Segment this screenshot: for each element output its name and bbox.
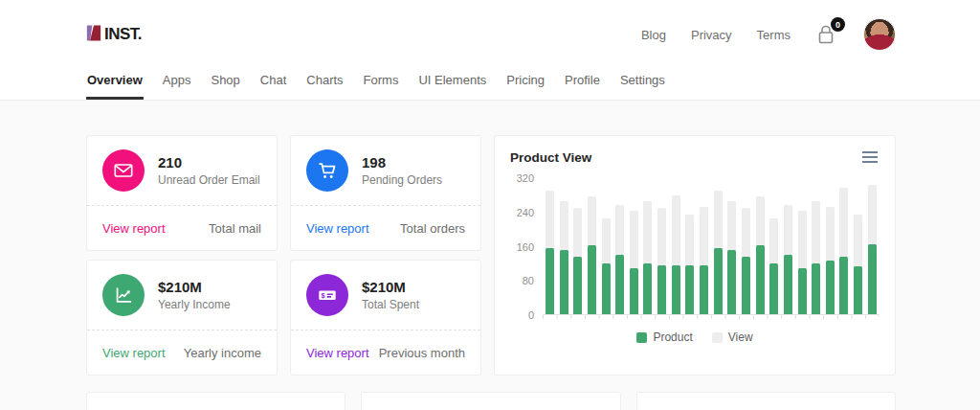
legend-view-swatch: [712, 332, 723, 343]
bar-group: [672, 178, 680, 314]
bar-group: [742, 178, 750, 314]
nav-link-privacy[interactable]: Privacy: [691, 28, 732, 42]
product-bar: [630, 268, 638, 314]
stat-value: $210M: [158, 279, 231, 295]
bar-group: [546, 178, 554, 314]
svg-text:$: $: [322, 291, 325, 300]
logo[interactable]: INST.: [86, 24, 142, 46]
stat-note: Previous month: [379, 346, 465, 360]
product-bar: [839, 257, 848, 314]
tab-shop[interactable]: Shop: [210, 73, 240, 100]
product-bar: [868, 244, 877, 314]
y-axis: 320240160800: [510, 178, 543, 315]
stat-card-yearly-income: $210M Yearly Income View report Yearly i…: [86, 260, 278, 376]
tab-charts[interactable]: Charts: [305, 73, 344, 100]
view-report-link[interactable]: View report: [102, 346, 166, 360]
product-bar: [615, 255, 624, 314]
stat-card-total-spent: $ $210M Total Spent View report Previous…: [290, 260, 481, 376]
bar-plot: [543, 178, 880, 315]
product-bar: [769, 263, 778, 314]
nav-link-blog[interactable]: Blog: [641, 28, 666, 42]
shopping-cart-icon: [306, 149, 348, 192]
view-report-link[interactable]: View report: [306, 221, 369, 236]
product-bar: [714, 248, 723, 314]
stat-label: Total Spent: [362, 298, 419, 311]
tab-profile[interactable]: Profile: [564, 73, 601, 100]
logo-text: INST.: [104, 25, 142, 44]
partial-card-2: [361, 392, 620, 410]
main-content: 210 Unread Order Email View report Total…: [0, 101, 980, 410]
logo-shard-icon: [86, 24, 101, 46]
view-report-link[interactable]: View report: [102, 221, 166, 236]
bar-group: [573, 178, 582, 314]
product-bar: [588, 245, 596, 314]
stat-label: Unread Order Email: [158, 173, 260, 187]
cart-badge: 0: [831, 17, 845, 32]
legend-product-swatch: [636, 332, 647, 343]
tab-chat[interactable]: Chat: [259, 73, 287, 100]
bar-group: [602, 178, 611, 314]
bar-group: [643, 178, 652, 314]
stat-value: 198: [362, 154, 442, 171]
bar-group: [812, 178, 820, 314]
bar-group: [714, 178, 723, 314]
product-bar: [756, 245, 765, 314]
x-axis-ticks: [543, 315, 880, 319]
nav-link-terms[interactable]: Terms: [757, 28, 791, 42]
line-chart-icon: [102, 274, 145, 316]
stat-note: Total orders: [400, 221, 465, 236]
bar-group: [727, 178, 736, 314]
bar-group: [700, 178, 708, 314]
bar-group: [615, 178, 624, 314]
stat-value: 210: [158, 154, 260, 171]
envelope-icon: [102, 149, 145, 192]
product-bar: [812, 263, 820, 314]
shopping-bag-icon[interactable]: 0: [815, 23, 838, 46]
partial-card-3: [636, 392, 896, 410]
product-bar: [657, 265, 666, 314]
product-bar: [742, 257, 750, 314]
tab-overview[interactable]: Overview: [86, 73, 144, 100]
money-check-icon: $: [306, 274, 348, 316]
bar-group: [588, 178, 596, 314]
product-bar: [700, 265, 708, 314]
stat-card-pending-orders: 198 Pending Orders View report Total ord…: [290, 135, 481, 251]
product-bar: [643, 263, 652, 314]
stat-note: Total mail: [209, 221, 261, 236]
bar-group: [839, 178, 848, 314]
legend-item-product[interactable]: Product: [636, 330, 692, 344]
tab-ui-elements[interactable]: UI Elements: [417, 73, 487, 100]
tab-apps[interactable]: Apps: [162, 73, 192, 100]
product-bar: [546, 248, 554, 314]
product-bar: [672, 265, 680, 314]
tab-bar: Overview Apps Shop Chat Charts Forms UI …: [0, 69, 980, 101]
tab-forms[interactable]: Forms: [363, 73, 400, 100]
bar-group: [784, 178, 792, 314]
product-bar: [602, 263, 611, 314]
stat-label: Pending Orders: [362, 173, 442, 187]
stat-card-unread-email: 210 Unread Order Email View report Total…: [86, 135, 278, 251]
product-bar: [573, 257, 582, 314]
bar-group: [657, 178, 666, 314]
user-avatar[interactable]: [863, 18, 896, 51]
bar-group: [769, 178, 778, 314]
product-bar: [727, 250, 736, 314]
stat-value: $210M: [362, 279, 419, 295]
bar-group: [630, 178, 638, 314]
product-bar: [854, 266, 862, 314]
product-bar: [560, 250, 568, 314]
bottom-card-row: [86, 392, 896, 410]
bar-group: [826, 178, 835, 314]
chart-legend: Product View: [510, 330, 880, 344]
tab-settings[interactable]: Settings: [619, 73, 666, 100]
chart-menu-icon[interactable]: [860, 149, 880, 165]
tab-pricing[interactable]: Pricing: [505, 73, 546, 100]
view-report-link[interactable]: View report: [306, 346, 369, 360]
legend-item-view[interactable]: View: [712, 330, 753, 344]
stat-note: Yearly income: [184, 346, 261, 360]
bar-group: [854, 178, 862, 314]
bar-group: [798, 178, 807, 314]
header: INST. Blog Privacy Terms 0 Overview Apps…: [0, 0, 980, 101]
chart-title: Product View: [510, 150, 591, 165]
bar-group: [868, 178, 877, 314]
